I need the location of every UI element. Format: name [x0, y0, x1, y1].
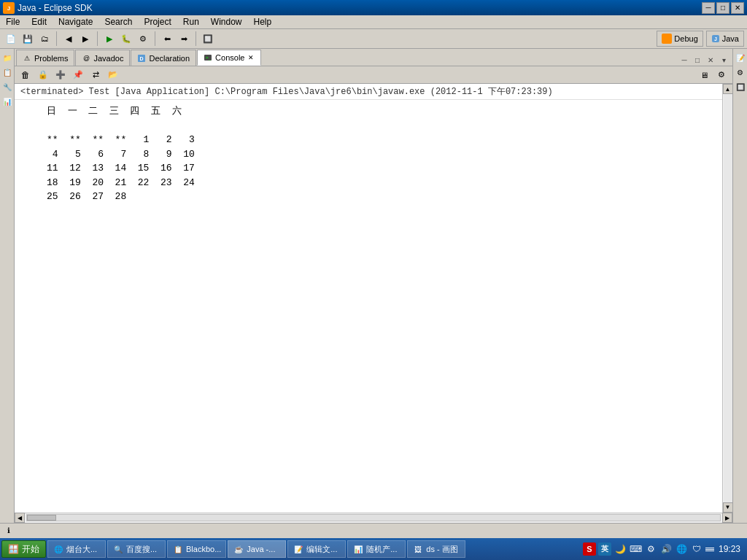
scroll-up-btn[interactable]: ▲ — [723, 84, 733, 94]
console-scroll-lock-btn[interactable]: 🔒 — [35, 67, 51, 83]
taskbar-icon-5: 📊 — [352, 543, 364, 555]
left-icon-2[interactable]: 📋 — [1, 66, 13, 78]
console-orient-btn[interactable]: ⇄ — [88, 67, 104, 83]
status-bar: ℹ — [0, 523, 747, 538]
right-icon-3[interactable]: 🔲 — [735, 81, 746, 93]
title-bar: J Java - Eclipse SDK ─ □ ✕ — [0, 0, 747, 15]
scroll-left-btn[interactable]: ◀ — [15, 513, 25, 523]
h-scroll-track[interactable] — [26, 514, 721, 521]
prev-edit-button[interactable]: ◀ — [61, 31, 77, 47]
tray-moon-icon[interactable]: 🌙 — [614, 542, 627, 556]
debug-perspective-button[interactable]: Debug — [657, 31, 703, 47]
fwd-button[interactable]: ➡ — [176, 31, 192, 47]
menu-item-run[interactable]: Run — [177, 15, 205, 28]
left-icon-3[interactable]: 🔧 — [1, 81, 13, 93]
ext-tools-button[interactable]: ⚙ — [135, 31, 151, 47]
taskbar-item-4[interactable]: 📝 编辑文... — [287, 540, 346, 558]
title-bar-left: J Java - Eclipse SDK — [3, 2, 93, 14]
taskbar-tray: S 英 🌙 ⌨ ⚙ 🔊 🌐 🛡 19:23 — [583, 542, 746, 556]
tray-keyboard-icon[interactable]: ⌨ — [629, 542, 642, 556]
console-icon: >_ — [204, 53, 212, 62]
taskbar-item-0[interactable]: 🌐 烟台大... — [47, 540, 106, 558]
tray-ime-icon[interactable]: S — [583, 542, 596, 556]
taskbar-item-2[interactable]: 📋 Blackbo... — [167, 540, 226, 558]
java-perspective-button[interactable]: J Java — [706, 31, 744, 47]
menu-item-window[interactable]: Window — [205, 15, 248, 28]
next-edit-button[interactable]: ▶ — [77, 31, 93, 47]
tab-problems-label: Problems — [34, 54, 68, 63]
taskbar-item-3[interactable]: ☕ Java -... — [228, 540, 286, 558]
console-extra-1[interactable]: 🖥 — [696, 67, 712, 83]
taskbar-label-4: 编辑文... — [306, 544, 337, 555]
taskbar-icon-6: 🖼 — [412, 543, 424, 555]
toolbar-group-1: 📄 💾 🗂 — [3, 31, 53, 47]
tab-problems[interactable]: ⚠ Problems — [16, 50, 74, 66]
maximize-button[interactable]: □ — [716, 2, 729, 14]
save-button[interactable]: 💾 — [20, 31, 36, 47]
tray-vol-icon[interactable]: 🔊 — [659, 542, 673, 556]
tab-console-label: Console — [215, 53, 244, 62]
java-label: Java — [722, 34, 739, 43]
minimize-view-btn[interactable]: ─ — [678, 54, 690, 66]
console-new-btn[interactable]: ➕ — [53, 67, 69, 83]
menu-item-project[interactable]: Project — [138, 15, 177, 28]
right-icon-1[interactable]: 📝 — [735, 52, 746, 63]
open-persp-button[interactable]: 🔲 — [200, 31, 216, 47]
view-menu-btn[interactable]: ▾ — [718, 54, 729, 66]
taskbar-label-5: 随机产... — [366, 544, 397, 555]
run-button[interactable]: ▶ — [101, 31, 117, 47]
menu-item-navigate[interactable]: Navigate — [53, 15, 98, 28]
console-pin-btn[interactable]: 📌 — [70, 67, 86, 83]
tab-declaration-label: Declaration — [149, 54, 190, 63]
menu-item-edit[interactable]: Edit — [26, 15, 53, 28]
console-output: 日 一 二 三 四 五 六 ** ** ** ** 1 2 3 4 5 6 7 … — [15, 101, 722, 207]
taskbar-icon-3: ☕ — [233, 543, 244, 555]
console-clear-btn[interactable]: 🗑 — [18, 67, 34, 83]
h-scroll-thumb[interactable] — [27, 515, 56, 521]
start-button[interactable]: 🪟 开始 — [1, 540, 46, 558]
javadoc-icon: @ — [82, 54, 90, 63]
taskbar-item-5[interactable]: 📊 随机产... — [347, 540, 406, 558]
console-open-btn[interactable]: 📂 — [105, 67, 121, 83]
tab-javadoc-label: Javadoc — [93, 54, 123, 63]
declaration-icon: D — [137, 54, 146, 63]
tray-ime-en-icon[interactable]: 英 — [598, 542, 611, 556]
back-button[interactable]: ⬅ — [159, 31, 175, 47]
minimize-button[interactable]: ─ — [702, 2, 715, 14]
console-close-btn[interactable]: ✕ — [247, 54, 255, 61]
scroll-down-btn[interactable]: ▼ — [723, 502, 733, 513]
maximize-view-btn[interactable]: □ — [692, 54, 703, 66]
taskbar-item-1[interactable]: 🔍 百度搜... — [107, 540, 166, 558]
tab-declaration[interactable]: D Declaration — [131, 50, 196, 66]
tray-settings-icon[interactable]: ⚙ — [644, 542, 657, 556]
menu-item-search[interactable]: Search — [98, 15, 138, 28]
new-button[interactable]: 📄 — [3, 31, 19, 47]
console-inner: <terminated> Test [Java Application] C:\… — [15, 84, 722, 512]
taskbar-item-6[interactable]: 🖼 ds - 画图 — [407, 540, 465, 558]
scroll-right-btn[interactable]: ▶ — [722, 513, 732, 523]
tab-console[interactable]: >_ Console ✕ — [197, 50, 261, 66]
console-area[interactable]: 日 一 二 三 四 五 六 ** ** ** ** 1 2 3 4 5 6 7 … — [15, 100, 722, 209]
problems-icon: ⚠ — [23, 54, 31, 63]
menu-item-file[interactable]: File — [0, 15, 26, 28]
console-extra-2[interactable]: ⚙ — [713, 67, 729, 83]
status-icon: ℹ — [3, 525, 15, 537]
tray-network-icon[interactable]: 🌐 — [675, 542, 688, 556]
right-icon-2[interactable]: ⚙ — [735, 66, 746, 78]
left-icon-4[interactable]: 📊 — [1, 96, 13, 107]
save-all-button[interactable]: 🗂 — [36, 31, 53, 47]
tab-javadoc[interactable]: @ Javadoc — [75, 50, 130, 66]
package-explorer-icon[interactable]: 📁 — [1, 52, 13, 63]
close-button[interactable]: ✕ — [731, 2, 744, 14]
tray-security-icon[interactable]: 🛡 — [690, 542, 703, 556]
tab-bar: ⚠ Problems @ Javadoc D — [15, 49, 732, 66]
toolbar-group-perspective: 🔲 — [200, 31, 216, 47]
debug-run-button[interactable]: 🐛 — [118, 31, 134, 47]
sep3 — [155, 31, 155, 46]
sep1 — [56, 31, 57, 46]
menu-item-help[interactable]: Help — [248, 15, 278, 28]
taskbar-icon-1: 🔍 — [112, 543, 124, 555]
console-header-text: <terminated> Test [Java Application] C:\… — [20, 87, 553, 97]
close-view-btn[interactable]: ✕ — [705, 54, 716, 66]
toolbar-group-run: ▶ 🐛 ⚙ — [101, 31, 151, 47]
